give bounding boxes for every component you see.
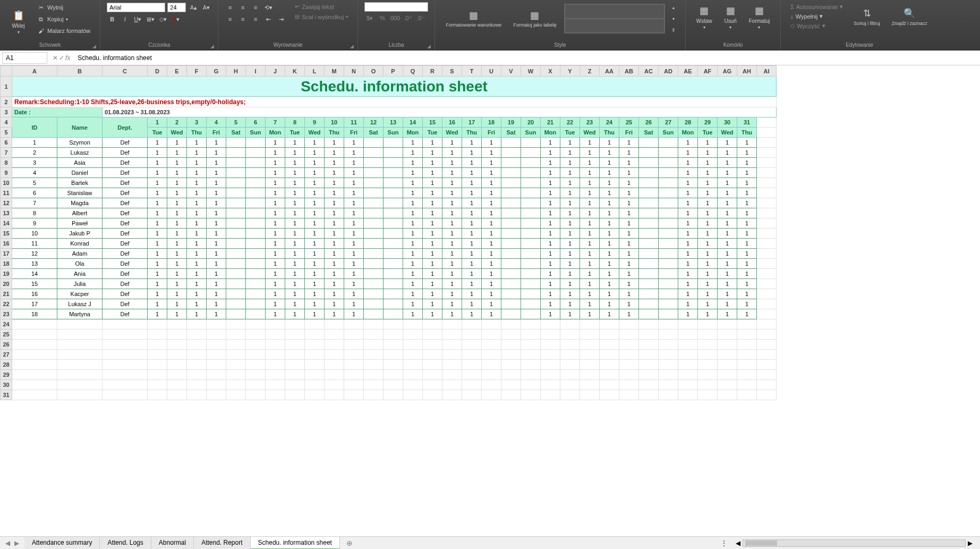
cell-shift[interactable]	[226, 229, 246, 239]
cell-shift[interactable]	[659, 229, 678, 239]
cell-shift[interactable]: 1	[600, 239, 619, 249]
cell-shift[interactable]	[246, 279, 266, 289]
empty-cell[interactable]	[167, 319, 187, 330]
cell-shift[interactable]	[639, 188, 659, 198]
empty-cell[interactable]	[757, 299, 777, 309]
cell-shift[interactable]: 1	[560, 249, 580, 259]
cell-shift[interactable]: 1	[305, 269, 325, 279]
find-select-button[interactable]: 🔍 Znajdź i zaznacz	[888, 2, 932, 30]
cell-shift[interactable]: 1	[580, 289, 600, 299]
cell-shift[interactable]	[384, 198, 403, 208]
empty-cell[interactable]	[285, 350, 305, 360]
empty-cell[interactable]	[148, 380, 167, 390]
empty-cell[interactable]	[639, 380, 659, 390]
cell-shift[interactable]	[246, 289, 266, 299]
cell-shift[interactable]	[521, 239, 541, 249]
empty-cell[interactable]	[560, 319, 580, 330]
empty-cell[interactable]	[167, 340, 187, 350]
empty-cell[interactable]	[57, 390, 103, 400]
empty-cell[interactable]	[325, 380, 344, 390]
row-header[interactable]: 25	[1, 330, 12, 340]
cell-shift[interactable]	[364, 229, 384, 239]
header-day-name[interactable]: Wed	[442, 128, 462, 138]
empty-cell[interactable]	[305, 340, 325, 350]
cell-shift[interactable]	[659, 178, 678, 188]
cell-shift[interactable]: 1	[187, 269, 207, 279]
cell-shift[interactable]: 1	[600, 168, 619, 178]
cell-shift[interactable]: 1	[560, 259, 580, 269]
empty-cell[interactable]	[737, 319, 757, 330]
cell-shift[interactable]	[521, 259, 541, 269]
cell-shift[interactable]: 1	[305, 178, 325, 188]
cell-shift[interactable]: 1	[698, 309, 718, 319]
row-header[interactable]: 4	[1, 117, 12, 128]
cell-shift[interactable]	[639, 269, 659, 279]
cell-shift[interactable]: 1	[619, 309, 639, 319]
cell-shift[interactable]: 1	[403, 269, 423, 279]
empty-cell[interactable]	[285, 390, 305, 400]
cell-shift[interactable]	[659, 138, 678, 148]
column-header[interactable]: T	[462, 66, 482, 77]
cell-shift[interactable]: 1	[698, 178, 718, 188]
empty-cell[interactable]	[462, 370, 482, 380]
empty-cell[interactable]	[305, 390, 325, 400]
empty-cell[interactable]	[403, 360, 423, 370]
empty-cell[interactable]	[678, 360, 698, 370]
cell-shift[interactable]: 1	[698, 289, 718, 299]
cell-id[interactable]: 17	[12, 299, 57, 309]
cell-shift[interactable]: 1	[344, 269, 364, 279]
cell-shift[interactable]: 1	[442, 229, 462, 239]
sheet-tab[interactable]: Schedu. information sheet	[251, 537, 340, 538]
empty-cell[interactable]	[57, 340, 103, 350]
cell-shift[interactable]: 1	[482, 289, 501, 299]
cell-shift[interactable]	[521, 148, 541, 158]
column-header[interactable]: S	[442, 66, 462, 77]
cell-shift[interactable]: 1	[207, 168, 226, 178]
empty-cell[interactable]	[442, 340, 462, 350]
cell-shift[interactable]: 1	[442, 259, 462, 269]
empty-cell[interactable]	[678, 319, 698, 330]
cell-shift[interactable]: 1	[187, 188, 207, 198]
cell-shift[interactable]	[659, 208, 678, 218]
empty-cell[interactable]	[659, 350, 678, 360]
cell-shift[interactable]	[226, 138, 246, 148]
cell-shift[interactable]: 1	[148, 138, 167, 148]
cell-shift[interactable]: 1	[167, 289, 187, 299]
cell-shift[interactable]: 1	[737, 229, 757, 239]
cell-shift[interactable]	[364, 198, 384, 208]
column-header[interactable]: B	[57, 66, 103, 77]
column-header[interactable]: AF	[698, 66, 718, 77]
cell-shift[interactable]: 1	[737, 259, 757, 269]
cell-shift[interactable]: 1	[266, 208, 285, 218]
cell-id[interactable]: 12	[12, 249, 57, 259]
header-day-num[interactable]: 29	[698, 117, 718, 128]
cell-shift[interactable]	[501, 279, 521, 289]
cell-shift[interactable]: 1	[344, 299, 364, 309]
empty-cell[interactable]	[757, 360, 777, 370]
cell-shift[interactable]: 1	[619, 299, 639, 309]
empty-cell[interactable]	[384, 319, 403, 330]
cell-shift[interactable]: 1	[482, 229, 501, 239]
column-header[interactable]: W	[521, 66, 541, 77]
empty-cell[interactable]	[344, 390, 364, 400]
row-header[interactable]: 13	[1, 208, 12, 218]
empty-cell[interactable]	[757, 380, 777, 390]
cell-shift[interactable]: 1	[698, 218, 718, 229]
empty-cell[interactable]	[521, 319, 541, 330]
cell-shift[interactable]: 1	[737, 148, 757, 158]
header-day-num[interactable]: 11	[344, 117, 364, 128]
formula-input[interactable]	[73, 53, 980, 63]
empty-cell[interactable]	[541, 340, 560, 350]
cell-shift[interactable]: 1	[462, 249, 482, 259]
cell-shift[interactable]: 1	[442, 269, 462, 279]
format-painter-button[interactable]: 🖌 Malarz formatów	[33, 26, 93, 36]
conditional-format-button[interactable]: ▦ Formatowanie warunkowe	[441, 7, 506, 30]
cell-shift[interactable]: 1	[305, 249, 325, 259]
cell-shift[interactable]: 1	[737, 208, 757, 218]
header-day-name[interactable]: Tue	[698, 128, 718, 138]
row-header[interactable]: 21	[1, 289, 12, 299]
header-day-name[interactable]: Thu	[187, 128, 207, 138]
cell-shift[interactable]: 1	[344, 309, 364, 319]
cell-shift[interactable]: 1	[266, 168, 285, 178]
cell-shift[interactable]: 1	[619, 218, 639, 229]
